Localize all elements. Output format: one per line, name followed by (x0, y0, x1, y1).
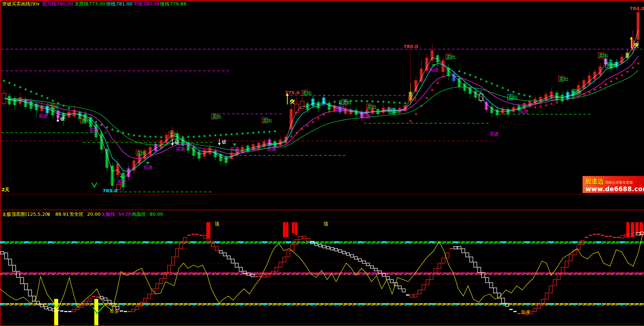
svg-text:*: * (480, 77, 482, 83)
taiji-line-value: 50.00 (118, 211, 132, 217)
svg-text:*: * (355, 99, 358, 104)
svg-text:*: * (387, 100, 390, 106)
slow-line-value: 779.88 (170, 1, 186, 7)
svg-text:*: * (545, 103, 548, 109)
watermark-tagline: 指标公式量化资源 (605, 180, 633, 185)
sub-indicator-title[interactable]: 太极顶底图(125,5,20) (2, 211, 50, 217)
svg-text:*: * (469, 73, 472, 78)
svg-text:*: * (241, 131, 244, 137)
watermark-brand: 股道边 (585, 177, 604, 186)
svg-text:买进: 买进 (429, 67, 438, 73)
svg-text:*: * (127, 132, 130, 138)
mid-line-label: 中线 (133, 1, 143, 7)
main-indicator-header: 突破买卖画线(9) ∨ 阻力线 780.00 支撑线 773.00 快线 781… (0, 1, 644, 8)
svg-text:*: * (257, 130, 260, 136)
svg-text:2天: 2天 (1, 187, 10, 192)
svg-text:*: * (230, 132, 233, 138)
svg-text:破: 破 (175, 140, 180, 145)
svg-text:买进: 买进 (89, 128, 99, 133)
app-window: ****************************************… (0, 0, 644, 326)
main-indicator-title[interactable]: 突破买卖画线(9) (2, 1, 37, 7)
watermark-url: www.de6688.com (585, 186, 642, 192)
svg-text:*: * (246, 131, 249, 137)
risk-zone-label: 风险区 (132, 211, 146, 217)
svg-text:*: * (8, 81, 11, 86)
svg-text:*: * (631, 65, 634, 71)
chevron-down-icon[interactable]: ∨ (37, 1, 40, 7)
chart-canvas[interactable]: ****************************************… (0, 0, 644, 326)
svg-text:买进: 买进 (519, 109, 528, 114)
svg-text:765.0: 765.0 (103, 188, 117, 193)
svg-text:*: * (539, 104, 542, 110)
svg-text:买进: 买进 (267, 146, 276, 152)
svg-text:*: * (209, 133, 211, 139)
svg-text:*: * (138, 134, 141, 140)
svg-text:*: * (496, 83, 499, 89)
svg-text:突: 突 (634, 42, 639, 48)
resistance-value: 780.00 (57, 1, 73, 7)
svg-text:*: * (382, 99, 385, 105)
svg-text:*: * (203, 134, 206, 140)
svg-text:*: * (13, 83, 16, 89)
svg-text:*: * (360, 99, 363, 104)
svg-text:*: * (3, 78, 5, 84)
svg-text:买进: 买进 (176, 146, 185, 152)
svg-text:780.0: 780.0 (403, 44, 418, 49)
support-label: 支撑线 (74, 1, 89, 7)
svg-text:买进: 买进 (335, 106, 345, 111)
current-value: 88.91 (55, 211, 69, 217)
svg-text:买进: 买进 (361, 114, 370, 119)
svg-text:*: * (615, 76, 618, 82)
svg-text:*: * (236, 132, 239, 137)
svg-text:*: * (225, 132, 228, 138)
safe-zone-value: 20.00 (87, 211, 100, 217)
svg-text:*: * (154, 134, 157, 140)
svg-text:*: * (62, 103, 65, 109)
svg-text:*: * (192, 134, 195, 140)
svg-text:*: * (518, 91, 520, 97)
svg-text:*: * (474, 75, 477, 81)
svg-text:*: * (149, 134, 152, 140)
svg-text:775.0: 775.0 (285, 90, 300, 95)
svg-text:*: * (436, 81, 439, 86)
svg-text:*: * (463, 71, 466, 77)
svg-text:*: * (219, 133, 222, 138)
svg-text:*: * (111, 127, 114, 133)
svg-text:*: * (501, 86, 504, 91)
svg-text:突: 突 (289, 99, 295, 104)
svg-text:*: * (377, 99, 379, 105)
svg-text:*: * (40, 94, 43, 99)
svg-text:*: * (35, 91, 38, 97)
resistance-label: 阻力线 (42, 1, 56, 7)
svg-text:*: * (431, 88, 434, 94)
svg-text:*: * (19, 85, 22, 91)
svg-text:短多: 短多 (110, 308, 119, 314)
svg-text:买进: 买进 (117, 179, 126, 184)
svg-text:*: * (550, 102, 553, 107)
chevron-down-icon[interactable]: ∨ (47, 211, 51, 217)
risk-zone-value: 80.00 (150, 211, 163, 217)
support-value: 773.00 (89, 1, 106, 7)
slow-line-label: 慢线 (160, 1, 169, 7)
svg-text:买进: 买进 (38, 113, 48, 119)
svg-text:顶: 顶 (215, 221, 220, 227)
svg-text:*: * (610, 79, 613, 85)
svg-text:*: * (626, 69, 629, 75)
svg-text:*: * (143, 134, 146, 140)
svg-text:买进: 买进 (230, 146, 239, 152)
svg-text:*: * (24, 87, 27, 93)
svg-text:*: * (507, 88, 510, 94)
fast-line-label: 快线 (106, 1, 116, 7)
svg-text:*: * (100, 123, 103, 128)
svg-text:短多: 短多 (521, 309, 531, 314)
sub-indicator-header: 太极顶底图(125,5,20) ∨ 88.91 安全区 20.00 太极线 50… (0, 211, 644, 219)
fast-line-value: 781.00 (116, 1, 133, 7)
svg-text:*: * (393, 100, 396, 106)
svg-text:*: * (312, 120, 314, 125)
svg-text:*: * (621, 73, 623, 79)
svg-text:*: * (409, 119, 412, 125)
svg-text:顶: 顶 (323, 221, 329, 227)
svg-text:*: * (458, 69, 461, 75)
svg-text:*: * (268, 129, 271, 135)
svg-text:破: 破 (60, 116, 65, 121)
